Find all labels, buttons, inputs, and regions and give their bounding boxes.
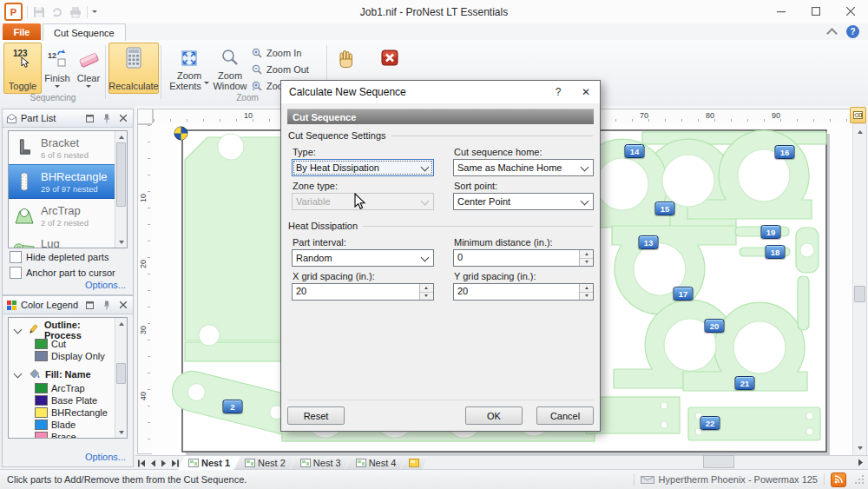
spin-up-icon[interactable] (580, 284, 593, 293)
nest-tab-nest-1[interactable]: Nest 1 (178, 456, 240, 470)
x-grid-spacing-spinner[interactable]: 20 (292, 283, 434, 301)
part-list-item-bhrectangle[interactable]: BHRectangle29 of 97 nested (9, 164, 115, 199)
print-icon[interactable] (69, 5, 82, 19)
y-grid-spacing-label: Y grid spacing (in.): (454, 271, 594, 281)
pin-icon[interactable] (100, 112, 113, 124)
sequence-tag-20: 20 (705, 319, 725, 333)
scroll-up-icon[interactable] (115, 318, 127, 328)
feed-icon[interactable] (831, 472, 846, 487)
part-list-icon (6, 113, 17, 124)
minimum-distance-spinner[interactable]: 0 (453, 249, 594, 267)
scrollbar-thumb[interactable] (116, 142, 126, 207)
legend-item-base-plate[interactable]: Base Plate (9, 394, 115, 406)
clear-button[interactable]: Clear (73, 43, 104, 94)
legend-item-arctrap[interactable]: ArcTrap (9, 382, 115, 394)
vertical-scrollbar[interactable] (852, 123, 867, 456)
legend-group-outline-process[interactable]: Outline: Process (10, 324, 115, 336)
bracket-icon (13, 136, 36, 159)
close-panel-icon[interactable] (116, 112, 129, 124)
spin-down-icon[interactable] (420, 293, 433, 301)
sequencing-group-label: Sequencing (3, 93, 102, 104)
cut-sequence-home-combobox[interactable]: Same as Machine Home (453, 159, 594, 176)
previous-nest-button[interactable] (147, 456, 158, 470)
part-list-item-arctrap[interactable]: ArcTrap2 of 2 nested (9, 199, 115, 232)
legend-item-display-only[interactable]: Display Only (9, 350, 115, 362)
maximize-button[interactable] (806, 3, 826, 19)
zoom-window-button[interactable]: Zoom Window (210, 43, 250, 94)
scroll-down-icon[interactable] (115, 237, 127, 248)
minimize-button[interactable] (771, 3, 792, 19)
color-legend-options-link[interactable]: Options... (85, 452, 126, 462)
spin-down-icon[interactable] (580, 293, 593, 301)
cancel-button[interactable]: Cancel (536, 406, 594, 425)
color-swatch (35, 383, 48, 393)
scroll-down-icon[interactable] (115, 427, 127, 438)
toggle-button[interactable]: 123 Toggle (3, 43, 42, 94)
hide-depleted-checkbox[interactable] (10, 251, 22, 263)
spin-up-icon[interactable] (580, 250, 593, 259)
zoom-in-button[interactable]: Zoom In (250, 45, 303, 61)
hide-depleted-checkbox-row[interactable]: Hide depleted parts (10, 251, 108, 263)
file-tab[interactable]: File (3, 23, 41, 40)
part-list-item-lug[interactable]: Lug2 of 2 nested (9, 232, 115, 248)
chevron-icon[interactable] (14, 325, 23, 334)
collapse-ribbon-icon[interactable] (826, 28, 838, 39)
resize-grip[interactable] (854, 474, 865, 485)
spin-up-icon[interactable] (420, 284, 433, 293)
ok-button[interactable]: OK (465, 406, 523, 425)
dialog-help-button[interactable]: ? (544, 81, 572, 103)
sort-point-combobox[interactable]: Center Point (453, 193, 594, 210)
scroll-down-icon[interactable] (853, 443, 866, 453)
color-legend-scrollbar[interactable] (115, 318, 127, 438)
refresh-icon[interactable] (50, 5, 64, 19)
nest-tab-nest-2[interactable]: Nest 2 (234, 456, 296, 470)
color-legend-title: Color Legend (21, 300, 80, 310)
scroll-up-icon[interactable] (853, 126, 866, 136)
nest-tab-nest-3[interactable]: Nest 3 (290, 456, 352, 470)
chevron-icon[interactable] (14, 369, 23, 378)
anchor-part-checkbox[interactable] (10, 267, 22, 279)
recalculate-button[interactable]: Recalculate (108, 43, 159, 94)
scroll-right-icon[interactable] (855, 457, 866, 468)
close-button[interactable] (840, 3, 861, 19)
y-grid-spacing-spinner[interactable]: 20 (453, 283, 594, 301)
float-panel-icon[interactable] (83, 112, 96, 124)
clear-dropdown-icon[interactable] (86, 85, 91, 90)
zoom-out-button[interactable]: Zoom Out (250, 62, 311, 77)
help-icon[interactable]: ? (846, 25, 859, 38)
finish-button[interactable]: 12 Finish (42, 43, 73, 94)
part-name: Bracket (41, 136, 89, 149)
legend-item-bhrectangle[interactable]: BHRectangle (9, 406, 115, 419)
type-combobox[interactable]: By Heat Dissipation (292, 159, 434, 176)
dialog-close-button[interactable]: ✕ (572, 81, 600, 103)
part-list-item-bracket[interactable]: Bracket6 of 6 nested (9, 131, 115, 164)
reset-button[interactable]: Reset (287, 406, 345, 425)
legend-item-label: ArcTrap (51, 383, 85, 393)
finish-dropdown-icon[interactable] (55, 85, 60, 90)
part-list-scrollbar[interactable] (115, 131, 127, 248)
nest-tab-nest-4[interactable]: Nest 4 (345, 456, 407, 470)
close-panel-icon[interactable] (116, 299, 129, 311)
customize-toolbar-chevron-icon[interactable] (92, 10, 97, 16)
anchor-part-checkbox-row[interactable]: Anchor part to cursor (10, 267, 115, 279)
legend-item-brace[interactable]: Brace (9, 431, 115, 439)
legend-group-fill-name[interactable]: Fill: Name (10, 368, 115, 380)
zoom-extents-dropdown-icon[interactable] (204, 82, 209, 87)
first-nest-button[interactable] (135, 456, 147, 470)
scrollbar-thumb[interactable] (854, 286, 865, 302)
legend-item-blade[interactable]: Blade (9, 419, 115, 431)
last-nest-button[interactable] (169, 456, 181, 470)
show-plate-button[interactable] (850, 107, 866, 123)
scrollbar-thumb[interactable] (116, 363, 126, 384)
save-icon[interactable] (32, 5, 46, 19)
part-list-options-link[interactable]: Options... (85, 280, 126, 290)
float-panel-icon[interactable] (83, 299, 96, 311)
part-interval-combobox[interactable]: Random (292, 249, 434, 267)
zoom-extents-button[interactable]: Zoom Extents (168, 43, 210, 94)
next-nest-button[interactable] (158, 456, 169, 470)
pin-icon[interactable] (100, 299, 113, 311)
spin-down-icon[interactable] (580, 259, 593, 267)
scroll-up-icon[interactable] (115, 131, 127, 142)
horizontal-scrollbar-thumb[interactable] (703, 455, 734, 468)
tab-cut-sequence[interactable]: Cut Sequence (43, 23, 126, 41)
